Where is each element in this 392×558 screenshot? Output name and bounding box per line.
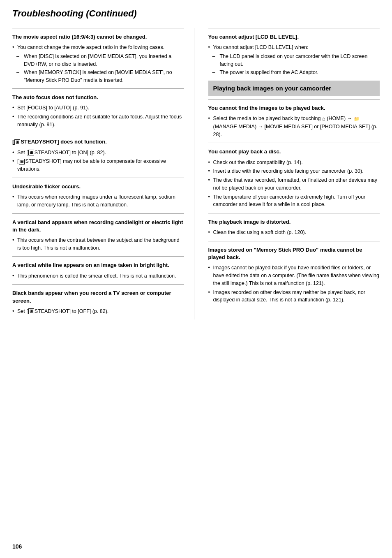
left-column: The movie aspect ratio (16:9/4:3) cannot…	[12, 28, 194, 320]
list-item: When [MEMORY STICK] is selected on [MOVI…	[16, 69, 184, 84]
section-steadyshot: [⊞STEADYSHOT] does not function. Set [⊞S…	[12, 133, 184, 177]
section-lcd-bl-body: You cannot adjust [LCD BL LEVEL] when: T…	[208, 44, 380, 76]
list-item: This occurs when the contrast between th…	[12, 236, 184, 252]
section-memory-stick-body: Images cannot be played back if you have…	[208, 264, 380, 304]
section-cannot-find-title: You cannot find the images to be played …	[208, 104, 380, 112]
section-lcd-bl: You cannot adjust [LCD BL LEVEL]. You ca…	[208, 28, 380, 81]
manage-icon: 📁	[354, 116, 360, 123]
list-item: This phenomenon is called the smear effe…	[12, 272, 184, 280]
section-movie-aspect-title: The movie aspect ratio (16:9/4:3) cannot…	[12, 33, 184, 41]
section-playback-distorted: The playback image is distorted. Clean t…	[208, 213, 380, 241]
list-item: Images recorded on other devices may nei…	[208, 289, 380, 304]
steadyshot-icon: ⊞	[14, 139, 20, 145]
list-item: Clean the disc using a soft cloth (p. 12…	[208, 229, 380, 236]
page-title: Troubleshooting (Continued)	[12, 8, 380, 21]
right-column: You cannot adjust [LCD BL LEVEL]. You ca…	[207, 28, 380, 320]
section-steadyshot-body: Set [⊞STEADYSHOT] to [ON] (p. 82). [⊞STE…	[12, 149, 184, 173]
section-flicker-body: This occurs when recording images under …	[12, 193, 184, 209]
list-item: When [DISC] is selected on [MOVIE MEDIA …	[16, 53, 184, 68]
section-playback-distorted-title: The playback image is distorted.	[208, 218, 380, 226]
page: Troubleshooting (Continued) The movie as…	[0, 0, 392, 558]
list-item: Insert a disc with the recording side fa…	[208, 167, 380, 175]
section-cannot-play-disc-title: You cannot play back a disc.	[208, 148, 380, 155]
section-black-bands: Black bands appear when you record a TV …	[12, 284, 184, 320]
section-memory-stick-title: Images stored on "Memory Stick PRO Duo" …	[208, 246, 380, 261]
list-item: The LCD panel is closed on your camcorde…	[212, 53, 380, 68]
section-vertical-band: A vertical band appears when recording c…	[12, 213, 184, 257]
section-cannot-find-body: Select the media to be played back by to…	[208, 115, 380, 138]
list-item: The disc that was recorded, formatted, o…	[208, 176, 380, 192]
section-flicker: Undesirable flicker occurs. This occurs …	[12, 178, 184, 213]
section-movie-aspect-body: You cannot change the movie aspect ratio…	[12, 44, 184, 84]
section-vertical-band-title: A vertical band appears when recording c…	[12, 219, 184, 234]
section-white-line-body: This phenomenon is called the smear effe…	[12, 272, 184, 280]
list-item: You cannot adjust [LCD BL LEVEL] when:	[208, 44, 380, 51]
section-steadyshot-title: [⊞STEADYSHOT] does not function.	[12, 138, 184, 146]
section-cannot-find: You cannot find the images to be played …	[208, 99, 380, 143]
list-item: Set [FOCUS] to [AUTO] (p. 91).	[12, 104, 184, 112]
section-black-bands-title: Black bands appear when you record a TV …	[12, 289, 184, 304]
section-auto-focus: The auto focus does not function. Set [F…	[12, 88, 184, 133]
section-movie-aspect: The movie aspect ratio (16:9/4:3) cannot…	[12, 28, 184, 88]
section-white-line-title: A vertical white line appears on an imag…	[12, 262, 184, 269]
list-item: Set [⊞STEADYSHOT] to [OFF] (p. 82).	[12, 308, 184, 315]
list-item: The power is supplied from the AC Adapto…	[212, 69, 380, 76]
steadyshot-icon-inline3: ⊞	[28, 308, 34, 314]
highlight-title: Playing back images on your camcorder	[213, 84, 375, 93]
steadyshot-icon-inline2: ⊞	[19, 159, 25, 164]
list-item: The recording conditions are not suitabl…	[12, 113, 184, 129]
section-cannot-play-disc-body: Check out the disc compatibility (p. 14)…	[208, 159, 380, 209]
list-item: Set [⊞STEADYSHOT] to [ON] (p. 82).	[12, 149, 184, 157]
section-auto-focus-title: The auto focus does not function.	[12, 94, 184, 101]
list-item: Select the media to be played back by to…	[208, 115, 380, 138]
list-item: The temperature of your camcorder is ext…	[208, 193, 380, 209]
two-column-layout: The movie aspect ratio (16:9/4:3) cannot…	[12, 28, 380, 320]
page-number: 106	[12, 543, 22, 550]
list-item: This occurs when recording images under …	[12, 193, 184, 209]
section-black-bands-body: Set [⊞STEADYSHOT] to [OFF] (p. 82).	[12, 308, 184, 315]
section-flicker-title: Undesirable flicker occurs.	[12, 183, 184, 190]
section-cannot-play-disc: You cannot play back a disc. Check out t…	[208, 143, 380, 213]
list-item: Check out the disc compatibility (p. 14)…	[208, 159, 380, 167]
list-item: [⊞STEADYSHOT] may not be able to compens…	[12, 157, 184, 173]
section-memory-stick: Images stored on "Memory Stick PRO Duo" …	[208, 241, 380, 308]
home-icon: ⌂	[322, 115, 325, 123]
list-item: You cannot change the movie aspect ratio…	[12, 44, 184, 51]
section-vertical-band-body: This occurs when the contrast between th…	[12, 236, 184, 252]
steadyshot-icon-inline: ⊞	[28, 150, 34, 155]
list-item: Images cannot be played back if you have…	[208, 264, 380, 287]
section-playing-back-header: Playing back images on your camcorder	[208, 81, 380, 99]
section-auto-focus-body: Set [FOCUS] to [AUTO] (p. 91). The recor…	[12, 104, 184, 128]
highlight-box: Playing back images on your camcorder	[208, 81, 380, 96]
section-white-line: A vertical white line appears on an imag…	[12, 256, 184, 284]
section-playback-distorted-body: Clean the disc using a soft cloth (p. 12…	[208, 229, 380, 236]
section-lcd-bl-title: You cannot adjust [LCD BL LEVEL].	[208, 33, 380, 41]
